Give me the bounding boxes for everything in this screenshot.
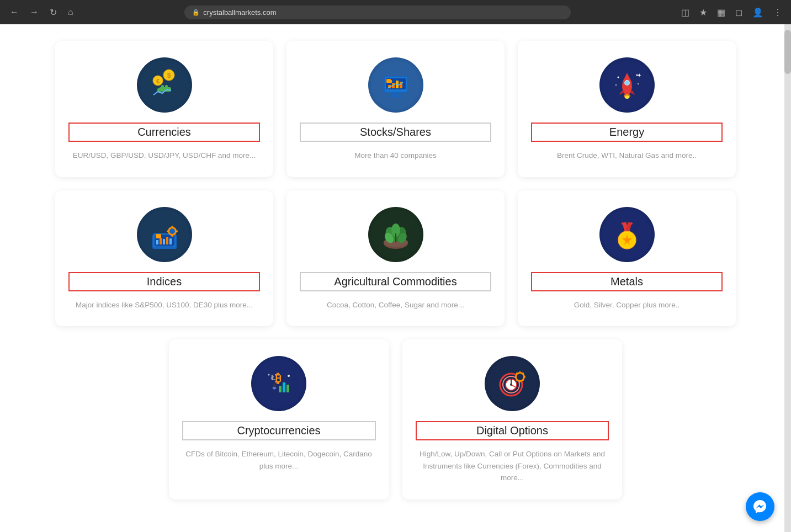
url-text: crystalballmarkets.com (203, 8, 276, 17)
home-button[interactable]: ⌂ (65, 5, 77, 19)
crypto-desc: CFDs of Bitcoin, Ethereum, Litecoin, Dog… (182, 448, 376, 472)
metals-icon (599, 207, 655, 262)
metals-card[interactable]: Metals Gold, Silver, Copper plus more.. (518, 190, 736, 327)
cards-row-1: $ € Currencies EUR/USD, GBP/USD, USD/JPY… (55, 41, 736, 177)
energy-desc: Brent Crude, WTI, Natural Gas and more.. (557, 150, 697, 162)
metals-title-box: Metals (531, 272, 723, 291)
stocks-icon (368, 57, 423, 113)
address-bar[interactable]: 🔒 crystalballmarkets.com (184, 6, 571, 19)
svg-point-27 (625, 95, 629, 99)
browser-right-icons: ◫ ★ ▦ ◻ 👤 ⋮ (679, 5, 784, 20)
agricultural-desc: Cocoa, Cotton, Coffee, Sugar and more... (327, 299, 464, 311)
svg-rect-40 (169, 238, 172, 244)
reload-button[interactable]: ↻ (46, 5, 60, 20)
split-view-icon[interactable]: ◻ (733, 5, 745, 20)
svg-rect-70 (283, 382, 285, 392)
agricultural-icon (368, 207, 423, 262)
messenger-button[interactable] (746, 492, 774, 521)
cards-row-3: ₿ Ł Cryptocurrencies CFDs (55, 339, 736, 499)
svg-rect-49 (156, 235, 161, 238)
svg-rect-83 (519, 371, 521, 373)
svg-text:$: $ (167, 72, 171, 79)
svg-text:✦: ✦ (637, 72, 641, 78)
energy-icon: ✦ (599, 57, 655, 113)
agricultural-title: Agricultural Commodities (334, 275, 456, 288)
svg-point-82 (517, 374, 523, 380)
svg-rect-19 (386, 80, 392, 83)
crypto-icon: ₿ Ł (251, 356, 306, 411)
stocks-card[interactable]: Stocks/Shares More than 40 companies (286, 41, 505, 177)
svg-rect-43 (171, 226, 173, 228)
forward-button[interactable]: → (26, 5, 42, 19)
energy-title: Energy (609, 126, 644, 138)
back-button[interactable]: ← (7, 5, 22, 19)
svg-point-28 (617, 77, 619, 78)
crypto-title: Cryptocurrencies (237, 424, 320, 437)
energy-title-box: Energy (531, 123, 723, 142)
currencies-desc: EUR/USD, GBP/USD, USD/JPY, USD/CHF and m… (73, 150, 256, 162)
svg-point-65 (630, 222, 633, 225)
extensions-icon[interactable]: ▦ (715, 5, 728, 20)
svg-point-42 (169, 228, 175, 234)
digital-title-box: Digital Options (416, 421, 609, 440)
svg-rect-84 (519, 381, 521, 382)
indices-title: Indices (147, 275, 182, 288)
energy-card[interactable]: ✦ Energy Brent Crude, WTI, Natural Gas a… (518, 41, 736, 177)
currencies-title: Currencies (137, 126, 191, 138)
agricultural-card[interactable]: Agricultural Commodities Cocoa, Cotton, … (286, 190, 505, 327)
svg-point-64 (622, 222, 624, 225)
currencies-title-box: Currencies (68, 123, 260, 142)
svg-text:Ł: Ł (271, 373, 276, 382)
svg-rect-36 (156, 240, 158, 244)
menu-icon[interactable]: ⋮ (771, 5, 784, 20)
stocks-desc: More than 40 companies (354, 150, 437, 162)
svg-rect-46 (176, 230, 178, 232)
svg-rect-45 (167, 230, 169, 232)
cryptocurrencies-card[interactable]: ₿ Ł Cryptocurrencies CFDs (169, 339, 389, 499)
currencies-icon: $ € (137, 57, 192, 113)
crypto-title-box: Cryptocurrencies (182, 421, 376, 440)
svg-point-30 (615, 84, 617, 86)
svg-rect-69 (279, 386, 282, 392)
currencies-card[interactable]: $ € Currencies EUR/USD, GBP/USD, USD/JPY… (55, 41, 273, 177)
digital-icon (485, 356, 540, 411)
svg-rect-86 (524, 376, 525, 378)
indices-desc: Major indices like S&P500, US100, DE30 p… (76, 299, 253, 311)
svg-rect-44 (171, 235, 173, 237)
profile-icon[interactable]: 👤 (750, 5, 766, 20)
svg-point-23 (625, 81, 629, 85)
browser-chrome: ← → ↻ ⌂ 🔒 crystalballmarkets.com ◫ ★ ▦ ◻… (0, 0, 791, 24)
cards-row-2: Indices Major indices like S&P500, US100… (55, 190, 736, 327)
scrollbar-thumb[interactable] (784, 30, 791, 74)
indices-card[interactable]: Indices Major indices like S&P500, US100… (55, 190, 273, 327)
bookmark-icon[interactable]: ★ (697, 5, 709, 20)
agricultural-title-box: Agricultural Commodities (300, 272, 491, 291)
digital-desc: High/Low, Up/Down, Call or Put Options o… (416, 448, 609, 484)
digital-title: Digital Options (476, 424, 548, 437)
stocks-title: Stocks/Shares (360, 126, 431, 138)
lock-icon: 🔒 (192, 9, 200, 16)
svg-point-80 (510, 384, 512, 386)
indices-title-box: Indices (68, 272, 260, 291)
svg-rect-85 (515, 376, 517, 378)
page-content: $ € Currencies EUR/USD, GBP/USD, USD/JPY… (0, 24, 791, 532)
metals-title: Metals (610, 275, 643, 288)
svg-text:€: € (156, 78, 159, 84)
svg-rect-38 (163, 239, 165, 244)
scrollbar[interactable] (784, 24, 791, 532)
metals-desc: Gold, Silver, Copper plus more.. (574, 299, 679, 311)
svg-rect-39 (166, 237, 168, 244)
svg-rect-71 (286, 385, 289, 392)
svg-point-74 (268, 374, 270, 376)
svg-point-73 (288, 375, 290, 377)
stocks-title-box: Stocks/Shares (300, 123, 491, 142)
svg-point-31 (638, 83, 639, 84)
indices-icon (137, 207, 192, 262)
digital-options-card[interactable]: Digital Options High/Low, Up/Down, Call … (402, 339, 623, 499)
svg-rect-47 (156, 246, 173, 247)
svg-rect-17 (390, 95, 401, 97)
svg-rect-37 (160, 238, 162, 244)
cast-icon[interactable]: ◫ (679, 5, 692, 20)
